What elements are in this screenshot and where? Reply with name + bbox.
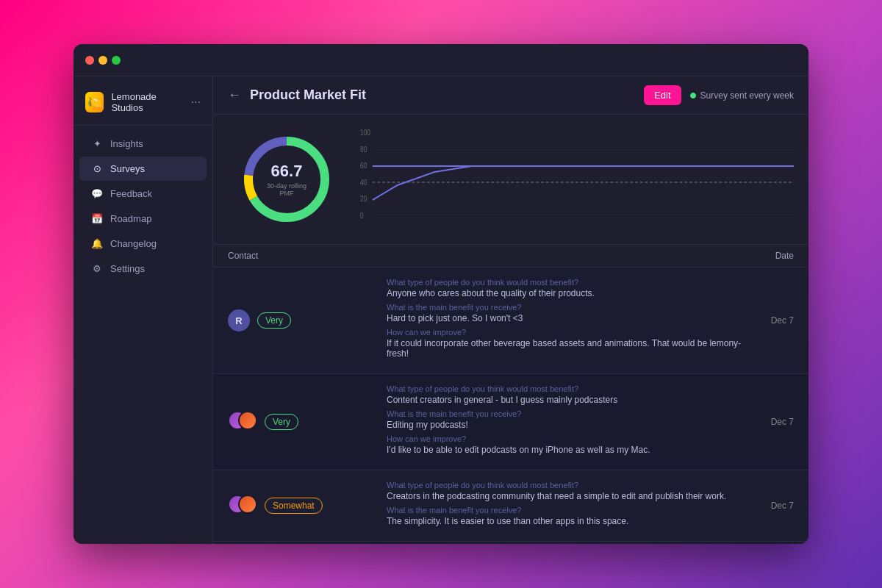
back-button[interactable]: ←	[228, 87, 241, 103]
answer: Content creators in general - but I gues…	[387, 395, 745, 405]
date-cell: Dec 7	[757, 501, 794, 511]
avatar: R	[228, 309, 250, 331]
status-text: Survey sent every week	[700, 90, 794, 101]
qa-item: What is the main benefit you receive? Th…	[387, 506, 745, 526]
table-row: R Very What type of people do you think …	[213, 268, 808, 374]
question: What is the main benefit you receive?	[387, 303, 745, 312]
col-contact: Contact	[228, 251, 375, 261]
line-chart: 100 80 60 40 20 0	[360, 126, 794, 232]
sidebar-item-settings[interactable]: ⚙ Settings	[79, 257, 207, 281]
question: How can we improve?	[387, 434, 745, 443]
col-date: Date	[775, 251, 794, 261]
table-header: Contact Date	[213, 245, 808, 268]
roadmap-icon: 📅	[91, 213, 103, 224]
avatar-2	[238, 411, 257, 430]
svg-text:80: 80	[360, 146, 367, 154]
table-row: Somewhat What type of people do you thin…	[213, 470, 808, 542]
svg-text:0: 0	[360, 212, 364, 220]
donut-label: 30-day rolling PMF	[263, 182, 311, 197]
response-content: What type of people do you think would m…	[387, 278, 745, 363]
surveys-label: Surveys	[110, 163, 145, 174]
sidebar-item-changelog[interactable]: 🔔 Changelog	[79, 232, 207, 256]
score-badge: Very	[265, 414, 298, 430]
answer: Anyone who cares about the quality of th…	[387, 288, 745, 298]
survey-status: Survey sent every week	[690, 90, 794, 101]
question: What type of people do you think would m…	[387, 481, 745, 490]
qa-item: What type of people do you think would m…	[387, 384, 745, 405]
insights-label: Insights	[110, 138, 143, 149]
response-content: What type of people do you think would m…	[387, 384, 745, 459]
avatar-2	[238, 495, 257, 514]
maximize-dot[interactable]	[112, 56, 121, 65]
settings-icon: ⚙	[91, 263, 103, 274]
settings-label: Settings	[110, 263, 145, 274]
close-dot[interactable]	[85, 56, 94, 65]
table-row: Very What type of people do you think wo…	[213, 374, 808, 470]
donut-chart: 66.7 30-day rolling PMF	[228, 126, 345, 232]
main-layout: 🍋 Lemonade Studios ··· ✦ Insights ⊙ Surv…	[74, 76, 808, 544]
question: What type of people do you think would m…	[387, 278, 745, 287]
svg-text:40: 40	[360, 179, 367, 187]
window-controls	[85, 56, 121, 65]
qa-item: What type of people do you think would m…	[387, 278, 745, 298]
content-header: ← Product Market Fit Edit Survey sent ev…	[213, 76, 808, 115]
logo-icon: 🍋	[85, 92, 104, 112]
edit-button[interactable]: Edit	[644, 85, 681, 105]
changelog-icon: 🔔	[91, 238, 103, 249]
question: What is the main benefit you receive?	[387, 409, 745, 418]
score-badge: Somewhat	[265, 498, 323, 514]
responses-table[interactable]: R Very What type of people do you think …	[213, 268, 808, 544]
answer: If it could incorporate other beverage b…	[387, 338, 745, 359]
avatar-pair	[228, 411, 257, 433]
sidebar: 🍋 Lemonade Studios ··· ✦ Insights ⊙ Surv…	[74, 76, 213, 544]
qa-item: What type of people do you think would m…	[387, 481, 745, 501]
question: What is the main benefit you receive?	[387, 506, 745, 514]
donut-value: 66.7	[263, 162, 311, 181]
question: What type of people do you think would m…	[387, 384, 745, 393]
title-bar	[74, 44, 808, 76]
minimize-dot[interactable]	[98, 56, 107, 65]
sidebar-item-roadmap[interactable]: 📅 Roadmap	[79, 207, 207, 231]
contact-cell: Very	[228, 411, 375, 433]
sidebar-logo: 🍋 Lemonade Studios ···	[74, 85, 212, 126]
company-name: Lemonade Studios	[111, 91, 183, 113]
svg-text:60: 60	[360, 162, 367, 170]
answer: Creators in the podcasting community tha…	[387, 491, 745, 501]
donut-center: 66.7 30-day rolling PMF	[263, 162, 311, 197]
answer: The simplicity. It is easier to use than…	[387, 516, 745, 526]
qa-item: How can we improve? I'd like to be able …	[387, 434, 745, 455]
svg-text:20: 20	[360, 195, 367, 203]
date-cell: Dec 7	[757, 417, 794, 427]
score-badge: Very	[257, 312, 291, 329]
roadmap-label: Roadmap	[110, 213, 151, 224]
sidebar-item-surveys[interactable]: ⊙ Surveys	[79, 157, 207, 181]
changelog-label: Changelog	[110, 238, 157, 249]
response-content: What type of people do you think would m…	[387, 481, 745, 531]
surveys-icon: ⊙	[91, 163, 103, 174]
more-options-icon[interactable]: ···	[191, 96, 201, 109]
date-cell: Dec 7	[757, 315, 794, 326]
sidebar-item-insights[interactable]: ✦ Insights	[79, 132, 207, 156]
contact-cell: R Very	[228, 309, 375, 331]
feedback-icon: 💬	[91, 188, 103, 199]
donut-wrapper: 66.7 30-day rolling PMF	[239, 132, 334, 227]
answer: Editing my podcasts!	[387, 420, 745, 430]
avatar-pair	[228, 495, 257, 517]
page-title: Product Market Fit	[250, 87, 635, 103]
contact-cell: Somewhat	[228, 495, 375, 517]
content-area: ← Product Market Fit Edit Survey sent ev…	[213, 76, 808, 544]
charts-row: 66.7 30-day rolling PMF 100 80 60 40 20	[213, 115, 808, 245]
status-indicator	[690, 93, 696, 98]
question: How can we improve?	[387, 328, 745, 337]
answer: I'd like to be able to edit podcasts on …	[387, 445, 745, 455]
app-window: 🍋 Lemonade Studios ··· ✦ Insights ⊙ Surv…	[74, 44, 808, 544]
insights-icon: ✦	[91, 138, 103, 149]
qa-item: How can we improve? If it could incorpor…	[387, 328, 745, 359]
qa-item: What is the main benefit you receive? Ed…	[387, 409, 745, 430]
sidebar-item-feedback[interactable]: 💬 Feedback	[79, 182, 207, 206]
svg-text:100: 100	[360, 129, 370, 137]
feedback-label: Feedback	[110, 188, 152, 199]
answer: Hard to pick just one. So I won't <3	[387, 313, 745, 323]
qa-item: What is the main benefit you receive? Ha…	[387, 303, 745, 323]
